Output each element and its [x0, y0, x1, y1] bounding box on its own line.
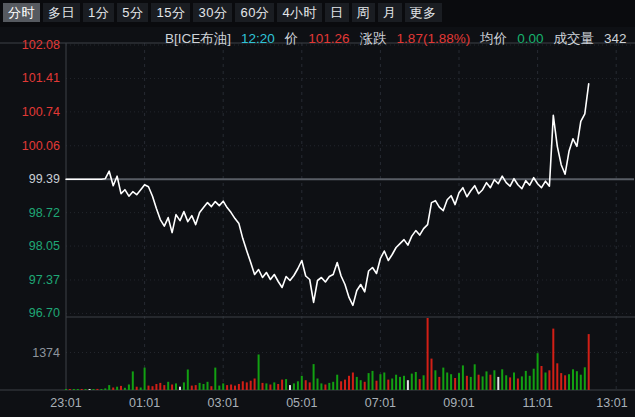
- volume-bar: [246, 382, 248, 390]
- volume-bar: [65, 389, 67, 390]
- change-label: 涨跌: [360, 30, 387, 48]
- y-axis-label: 101.41: [0, 71, 60, 85]
- volume-bar: [509, 377, 511, 390]
- volume-bar: [462, 365, 464, 390]
- volume-bar: [187, 370, 189, 391]
- volume-bar: [368, 373, 370, 390]
- volume-bar: [234, 386, 236, 390]
- volume-bar: [458, 373, 460, 390]
- volume-bar: [431, 359, 433, 390]
- avg-price-label: 均价: [480, 30, 507, 48]
- volume-bar: [419, 379, 421, 390]
- volume-bar: [262, 383, 264, 390]
- volume-bar: [128, 385, 130, 391]
- price-line: [66, 84, 589, 306]
- volume-bar: [584, 367, 586, 390]
- volume-bar: [93, 389, 95, 390]
- volume-bar: [136, 387, 138, 390]
- volume-bar: [423, 375, 425, 390]
- last-price: 101.26: [308, 31, 349, 46]
- volume-bar: [112, 388, 114, 391]
- price-volume-chart: [0, 0, 635, 417]
- volume-bar: [391, 379, 393, 391]
- volume-bar: [250, 381, 252, 390]
- volume-bar: [265, 383, 267, 390]
- volume-bar: [545, 373, 547, 391]
- volume-bar: [387, 380, 389, 390]
- quote-infobar: B[ICE布油] 12:20 价 101.26 涨跌 1.87(1.88%) 均…: [165, 30, 626, 47]
- volume-bar: [320, 383, 322, 390]
- volume-bar: [203, 384, 205, 390]
- volume-bar: [258, 355, 260, 391]
- volume-bar: [403, 376, 405, 390]
- volume-bar: [560, 373, 562, 390]
- volume-bar: [493, 370, 495, 390]
- y-axis-label: 96.70: [0, 306, 60, 320]
- volume-bar: [446, 373, 448, 391]
- y-axis-label: 102.08: [0, 38, 60, 52]
- volume-bar: [466, 376, 468, 390]
- volume-bar: [450, 374, 452, 390]
- volume-bar: [132, 371, 134, 390]
- volume-bar: [399, 377, 401, 390]
- volume-bar: [537, 353, 539, 390]
- volume-bar: [277, 384, 279, 390]
- volume-bar: [163, 385, 165, 390]
- volume-bar: [541, 366, 543, 390]
- volume-bar: [364, 382, 366, 390]
- volume-bar: [289, 385, 291, 390]
- volume-bar: [317, 379, 319, 391]
- volume-bar: [356, 377, 358, 390]
- volume-bar: [470, 377, 472, 390]
- volume-bar: [340, 381, 342, 390]
- volume-bar: [222, 383, 224, 390]
- volume-bar: [155, 384, 157, 390]
- volume-bar: [517, 379, 519, 391]
- symbol-name: B[ICE布油]: [165, 30, 231, 48]
- volume-bar: [238, 384, 240, 390]
- volume-bar: [434, 370, 436, 390]
- volume-bar: [140, 388, 142, 391]
- volume-bar: [96, 389, 98, 390]
- volume-bar: [297, 381, 299, 390]
- volume-bar: [285, 379, 287, 390]
- volume-bar: [191, 386, 193, 390]
- volume-bar: [81, 389, 83, 390]
- x-axis-label: 01:01: [123, 396, 167, 410]
- volume-bar: [116, 387, 118, 390]
- volume-bar: [580, 375, 582, 390]
- volume-bar: [556, 363, 558, 390]
- volume-bar: [148, 386, 150, 390]
- volume-bar: [376, 381, 378, 390]
- volume-bar: [427, 318, 429, 390]
- volume-bar: [372, 371, 374, 390]
- volume-bar: [360, 380, 362, 390]
- volume-bar: [552, 329, 554, 390]
- volume-bar: [175, 383, 177, 390]
- app-window: 分时 多日 1分 5分 15分 30分 60分 4小时 日 周 月 更多 102…: [0, 0, 635, 417]
- volume-bar: [352, 373, 354, 391]
- volume-bar: [199, 383, 201, 390]
- y-axis-label: 99.39: [0, 172, 60, 186]
- volume-bar: [210, 386, 212, 390]
- chart-area[interactable]: 102.08101.41100.74100.0699.3998.7298.059…: [0, 0, 635, 417]
- change-value: 1.87(1.88%): [397, 31, 471, 46]
- volume-bar: [474, 364, 476, 390]
- volume-bar: [207, 382, 209, 390]
- volume-bar: [269, 385, 271, 391]
- volume-bar: [501, 369, 503, 390]
- x-axis-label: 23:01: [44, 396, 88, 410]
- volume-bar: [171, 385, 173, 391]
- volume-bar: [159, 383, 161, 390]
- volume-bar: [273, 382, 275, 390]
- volume-bar: [328, 383, 330, 390]
- volume-bar: [313, 364, 315, 390]
- volume-bar: [383, 373, 385, 391]
- volume-bar: [281, 380, 283, 390]
- volume-bar: [104, 388, 106, 390]
- y-axis-label: 100.06: [0, 139, 60, 153]
- volume-bar: [588, 334, 590, 390]
- volume-bar: [478, 375, 480, 390]
- volume-bar: [482, 376, 484, 390]
- volume-bar: [218, 386, 220, 390]
